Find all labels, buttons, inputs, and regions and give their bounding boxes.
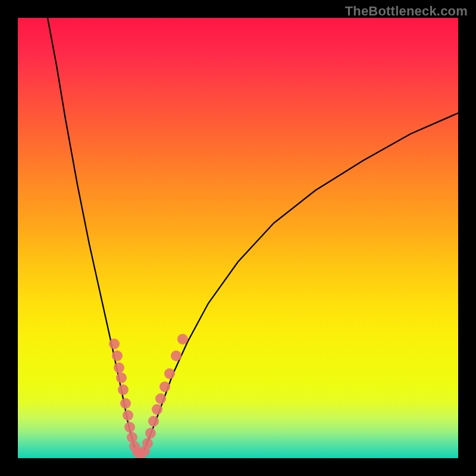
- gradient-background: [18, 18, 458, 458]
- plot-area: [18, 18, 458, 458]
- chart-frame: TheBottleneck.com: [0, 0, 476, 476]
- watermark-text: TheBottleneck.com: [345, 4, 468, 19]
